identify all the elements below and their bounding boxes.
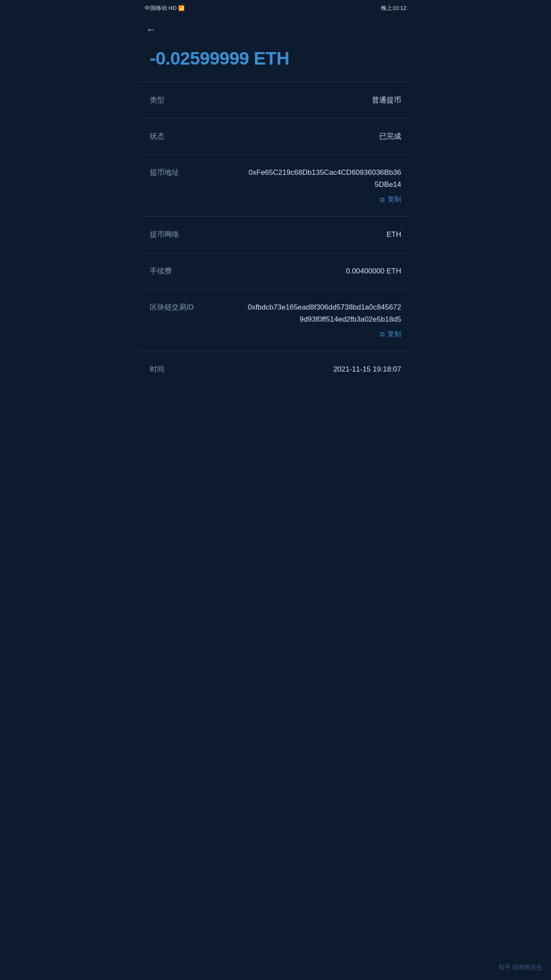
status-bar-left: 中国移动 HD 📶 (145, 4, 185, 12)
copy-button-5[interactable]: ⧉ 复制 (150, 328, 401, 339)
row-label-4: 手续费 (150, 265, 172, 276)
detail-row-3: 提币网络 ETH (138, 217, 413, 253)
row-value-2: 0xFe65C219c68Db135Cac4CD60936036Bb365DBe… (245, 167, 401, 191)
row-value-0: 普通提币 (372, 94, 401, 106)
detail-row-2: 提币地址 0xFe65C219c68Db135Cac4CD60936036Bb3… (138, 155, 413, 217)
row-label-6: 时间 (150, 363, 164, 374)
address-top-5: 区块链交易ID 0xfbdcb73e165ead8f306dd5738bd1a0… (150, 301, 401, 326)
status-bar-time: 晚上10:12 (381, 4, 406, 12)
row-value-5: 0xfbdcb73e165ead8f306dd5738bd1a0c8456729… (245, 301, 401, 326)
detail-rows-container: 类型 普通提币 状态 已完成 提币地址 0xFe65C219c68Db135Ca… (138, 82, 413, 388)
back-button[interactable]: ← (138, 16, 413, 40)
row-label-1: 状态 (150, 130, 164, 141)
row-label-5: 区块链交易ID (150, 301, 194, 312)
signal-icons: 📶 (178, 5, 185, 11)
copy-icon-5: ⧉ (380, 330, 385, 338)
row-value-1: 已完成 (379, 130, 401, 142)
copy-label-5: 复制 (387, 330, 401, 339)
status-bar: 中国移动 HD 📶 晚上10:12 (138, 0, 413, 16)
back-arrow-icon: ← (146, 24, 156, 35)
address-top-2: 提币地址 0xFe65C219c68Db135Cac4CD60936036Bb3… (150, 167, 401, 191)
row-label-2: 提币地址 (150, 167, 179, 177)
carrier-text: 中国移动 HD (145, 4, 176, 12)
amount-section: -0.02599999 ETH (138, 40, 413, 82)
amount-value: -0.02599999 ETH (150, 48, 401, 69)
detail-row-4: 手续费 0.00400000 ETH (138, 253, 413, 289)
row-value-4: 0.00400000 ETH (346, 265, 401, 277)
page-content: ← -0.02599999 ETH 类型 普通提币 状态 已完成 提币地址 0x… (138, 16, 413, 413)
detail-row-1: 状态 已完成 (138, 118, 413, 155)
detail-row-0: 类型 普通提币 (138, 82, 413, 118)
row-value-3: ETH (387, 229, 401, 240)
row-label-0: 类型 (150, 94, 164, 105)
copy-icon-2: ⧉ (380, 196, 385, 204)
detail-row-5: 区块链交易ID 0xfbdcb73e165ead8f306dd5738bd1a0… (138, 289, 413, 351)
row-label-3: 提币网络 (150, 229, 179, 239)
detail-row-6: 时间 2021-11-15 19:18:07 (138, 351, 413, 388)
copy-button-2[interactable]: ⧉ 复制 (150, 193, 401, 204)
copy-label-2: 复制 (387, 195, 401, 204)
row-value-6: 2021-11-15 19:18:07 (333, 363, 401, 375)
